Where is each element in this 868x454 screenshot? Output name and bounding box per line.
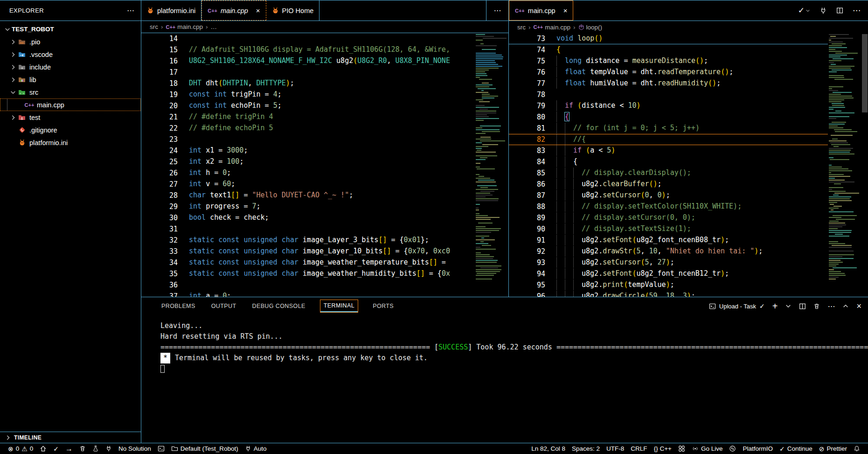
minimap[interactable]	[828, 33, 861, 297]
status-item-encoding[interactable]: UTF-8	[603, 443, 627, 454]
code-line[interactable]: 28char text1[] = "Hello DUYET-CAO ^_~ !"…	[141, 190, 475, 201]
split-terminal-button[interactable]	[799, 303, 806, 310]
tab-pio-home[interactable]: PIO Home	[266, 0, 320, 21]
status-item-platformio-logo[interactable]	[726, 443, 739, 454]
code-line[interactable]: 14	[141, 33, 475, 44]
breadcrumb-item[interactable]: src	[517, 24, 526, 31]
status-item-platformio-label[interactable]: PlatformIO	[739, 443, 776, 454]
code-line[interactable]: 32static const unsigned char image_Layer…	[141, 235, 475, 246]
code-line[interactable]: 26int h = 0;	[141, 168, 475, 179]
code-line[interactable]: 78	[509, 89, 828, 100]
code-line[interactable]: 90// display.setTextSize(1);	[509, 224, 828, 235]
status-item-indentation[interactable]: Spaces: 2	[569, 443, 603, 454]
status-item-pio-build[interactable]: ✓	[50, 443, 62, 454]
code-line[interactable]: 93u8g2.setCursor(5, 27);	[509, 257, 828, 268]
status-item-eol[interactable]: CRLF	[627, 443, 650, 454]
code-line[interactable]: 77float humiValue = dht.readHumidity();	[509, 78, 828, 89]
code-area[interactable]: 1415// Adafruit_SH1106G display = Adafru…	[141, 33, 475, 297]
code-line[interactable]: 22// #define echoPin 5	[141, 123, 475, 134]
code-line[interactable]: 35static const unsigned char image_weath…	[141, 268, 475, 279]
tree-item-platformio-ini[interactable]: platformio.ini	[0, 136, 141, 149]
status-item-cursor-position[interactable]: Ln 82, Col 8	[528, 443, 569, 454]
code-line[interactable]: 29int progress = 7;	[141, 201, 475, 212]
code-line[interactable]: 96u8g2.drawCircle(59, 18, 3);	[509, 291, 828, 297]
code-line[interactable]: 85// display.clearDisplay();	[509, 168, 828, 179]
status-item-continue[interactable]: ✓Continue	[776, 443, 816, 454]
status-item-problems[interactable]: ⊗0⚠0	[5, 443, 36, 454]
panel-tab-problems[interactable]: PROBLEMS	[160, 300, 196, 312]
tree-item--gitignore[interactable]: .gitignore	[0, 124, 141, 136]
code-line[interactable]: 24int x1 = 3000;	[141, 145, 475, 156]
code-line[interactable]: 36	[141, 279, 475, 291]
code-line[interactable]: 88// display.setTextColor(SH110X_WHITE);	[509, 201, 828, 212]
code-line[interactable]: 23	[141, 134, 475, 145]
minimap[interactable]	[475, 33, 508, 297]
code-line[interactable]: 81// for (int j = 0; j < 5; j++)	[509, 123, 828, 134]
code-line[interactable]: 87u8g2.setCursor(0, 0);	[509, 190, 828, 201]
scrollbar[interactable]	[861, 33, 868, 297]
status-item-pio-test[interactable]	[89, 443, 102, 454]
status-item-solution-picker[interactable]: No Solution	[115, 443, 154, 454]
timeline-section[interactable]: TIMELINE	[0, 432, 141, 443]
code-line[interactable]: 20const int echoPin = 5;	[141, 100, 475, 112]
tree-item--pio[interactable]: .pio	[0, 35, 141, 48]
status-item-pio-home[interactable]	[36, 443, 50, 454]
tab-platformio-ini[interactable]: platformio.ini	[141, 0, 201, 21]
breadcrumb-item[interactable]: src	[150, 23, 158, 30]
code-line[interactable]: 86u8g2.clearBuffer();	[509, 179, 828, 190]
code-line[interactable]: 30bool check = check;	[141, 212, 475, 224]
breadcrumb-item[interactable]: C++main.cpp	[534, 24, 571, 31]
close-panel-button[interactable]: ×	[856, 301, 861, 311]
code-line[interactable]: 73void loop()	[509, 33, 828, 44]
code-line[interactable]: 15// Adafruit_SH1106G display = Adafruit…	[141, 44, 475, 56]
tree-item-src[interactable]: src	[0, 86, 141, 98]
panel-tab-ports[interactable]: PORTS	[372, 300, 395, 312]
panel-more-button[interactable]: ⋯	[827, 302, 835, 311]
status-item-ports-grid[interactable]	[675, 443, 688, 454]
code-line[interactable]: 95u8g2.print(tempValue);	[509, 279, 828, 291]
editor-more-button[interactable]: ⋯	[853, 7, 861, 14]
code-line[interactable]: 37int a = 0;	[141, 291, 475, 297]
status-item-go-live[interactable]: Go Live	[688, 443, 726, 454]
tab-main-cpp[interactable]: C++main.cpp×	[201, 0, 266, 21]
explorer-more-button[interactable]: ⋯	[127, 6, 134, 15]
tree-root-test-robot[interactable]: TEST_ROBOT	[0, 23, 141, 35]
code-line[interactable]: 18DHT dht(DHTPIN, DHTTYPE);	[141, 78, 475, 89]
terminal-dropdown-button[interactable]	[785, 303, 792, 309]
scrollbar-thumb[interactable]	[862, 34, 868, 112]
tree-item-test[interactable]: test	[0, 111, 141, 124]
status-item-pio-serial-monitor[interactable]	[102, 443, 115, 454]
code-line[interactable]: 89// display.setCursor(0, 0);	[509, 212, 828, 224]
code-line[interactable]: 27int v = 60;	[141, 179, 475, 190]
panel-tab-debug-console[interactable]: DEBUG CONSOLE	[251, 300, 306, 312]
code-line[interactable]: 34static const unsigned char image_weath…	[141, 257, 475, 268]
code-line[interactable]: 17	[141, 67, 475, 78]
code-line[interactable]: 33static const unsigned char image_Layer…	[141, 246, 475, 257]
tree-item-include[interactable]: include	[0, 61, 141, 73]
split-editor-button[interactable]	[836, 7, 843, 14]
code-line[interactable]: 94u8g2.setFont(u8g2_font_ncenB12_tr);	[509, 268, 828, 279]
code-line[interactable]: 80{	[509, 112, 828, 123]
tree-item-lib[interactable]: lib	[0, 73, 141, 86]
code-line[interactable]: 16U8G2_SH1106_128X64_NONAME_F_HW_I2C u8g…	[141, 56, 475, 67]
status-item-pio-port[interactable]: Auto	[242, 443, 270, 454]
code-line[interactable]: 82//{	[509, 134, 828, 145]
tree-item-main-cpp[interactable]: C++main.cpp	[0, 98, 141, 111]
status-item-pio-env[interactable]: Default (Test_Robot)	[168, 443, 242, 454]
kill-terminal-button[interactable]	[813, 303, 820, 310]
code-line[interactable]: 21// #define trigPin 4	[141, 112, 475, 123]
status-item-pio-terminal[interactable]	[154, 443, 168, 454]
maximize-panel-button[interactable]	[842, 303, 849, 309]
code-line[interactable]: 74{	[509, 44, 828, 56]
code-line[interactable]: 84{	[509, 156, 828, 168]
status-item-prettier[interactable]: ⊘Prettier	[816, 443, 850, 454]
close-icon[interactable]: ×	[563, 7, 568, 14]
run-build-task-button[interactable]: ✓	[798, 7, 810, 14]
code-line[interactable]: 83if (a < 5)	[509, 145, 828, 156]
status-item-language-mode[interactable]: {} C++	[651, 443, 675, 454]
tabbar-more-button[interactable]: ⋯	[486, 0, 508, 21]
code-line[interactable]: 19const int trigPin = 4;	[141, 89, 475, 100]
breadcrumb-item[interactable]: C++main.cpp	[166, 23, 203, 30]
code-line[interactable]: 25int x2 = 100;	[141, 156, 475, 168]
code-line[interactable]: 79if (distance < 10)	[509, 100, 828, 112]
